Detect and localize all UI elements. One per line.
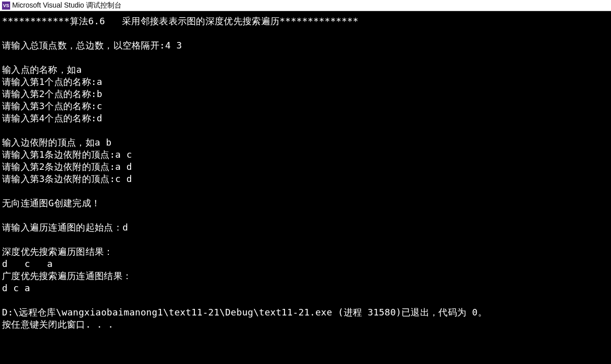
window-title: Microsoft Visual Studio 调试控制台 xyxy=(12,1,121,10)
vs-icon: VS xyxy=(2,2,10,10)
vs-icon-label: VS xyxy=(3,3,9,8)
window-title-bar: VS Microsoft Visual Studio 调试控制台 xyxy=(0,0,611,11)
console-output[interactable]: ************算法6.6 采用邻接表表示图的深度优先搜索遍历*****… xyxy=(0,11,611,364)
